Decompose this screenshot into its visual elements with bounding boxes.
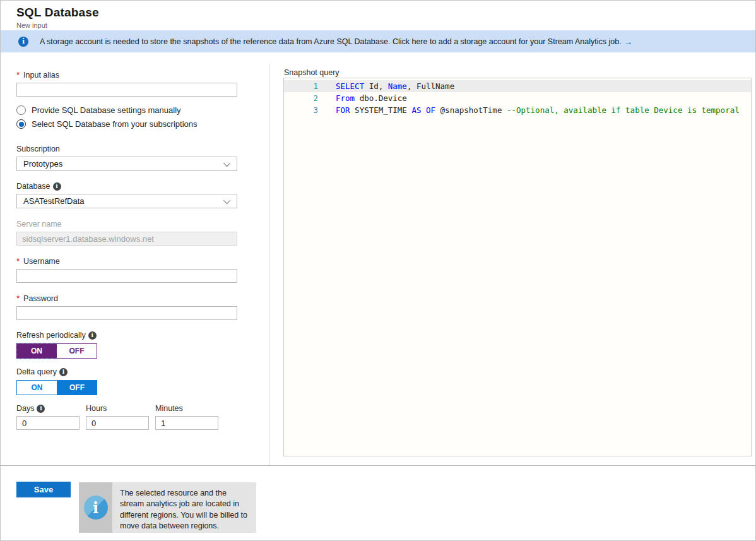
username-label: *Username bbox=[16, 256, 237, 266]
minutes-input[interactable] bbox=[155, 416, 218, 430]
snapshot-query-label: Snapshot query bbox=[284, 68, 340, 77]
info-icon[interactable]: i bbox=[37, 405, 45, 413]
subscription-dropdown[interactable]: Prototypes bbox=[16, 157, 237, 171]
database-dropdown[interactable]: ASATestRefData bbox=[16, 194, 237, 208]
region-billing-notice: i The selected resource and the stream a… bbox=[79, 482, 256, 533]
hours-field: Hours bbox=[86, 404, 149, 430]
page-subtitle: New input bbox=[16, 21, 99, 29]
days-field: Days i bbox=[16, 404, 80, 430]
database-label-text: Database bbox=[16, 182, 50, 191]
code-text: FOR SYSTEM_TIME AS OF @snapshotTime --Op… bbox=[336, 104, 740, 116]
sql-database-blade: SQL Database New input i A storage accou… bbox=[0, 0, 756, 541]
banner-message[interactable]: A storage account is needed to store the… bbox=[40, 37, 622, 46]
blade-header: SQL Database New input bbox=[16, 6, 99, 29]
refresh-label-text: Refresh periodically bbox=[16, 331, 86, 340]
radio-provide-manually[interactable]: Provide SQL Database settings manually bbox=[16, 105, 237, 115]
refresh-periodically-toggle: ON OFF bbox=[16, 343, 237, 359]
info-icon[interactable]: i bbox=[59, 368, 68, 376]
chevron-down-icon bbox=[223, 159, 230, 166]
subscription-label: Subscription bbox=[16, 145, 237, 153]
settings-form: *Input alias Provide SQL Database settin… bbox=[1, 64, 269, 466]
subscription-value: Prototypes bbox=[23, 159, 62, 169]
password-input[interactable] bbox=[16, 306, 237, 320]
toggle-on-button[interactable]: ON bbox=[16, 380, 57, 395]
days-label-text: Days bbox=[16, 404, 34, 413]
page-title: SQL Database bbox=[16, 6, 99, 20]
username-label-text: Username bbox=[23, 257, 60, 266]
input-alias-input[interactable] bbox=[16, 83, 237, 97]
radio-selected-icon[interactable] bbox=[16, 119, 26, 129]
arrow-right-icon[interactable]: → bbox=[624, 37, 633, 47]
source-mode-radios: Provide SQL Database settings manually S… bbox=[16, 105, 237, 133]
hours-input[interactable] bbox=[86, 416, 149, 430]
footer-bar: Save i The selected resource and the str… bbox=[1, 465, 755, 540]
delta-query-field: Delta query i ON OFF bbox=[16, 367, 237, 395]
toggle-on-button[interactable]: ON bbox=[16, 343, 57, 359]
refresh-periodically-label: Refresh periodically i bbox=[16, 331, 237, 340]
line-number: 3 bbox=[284, 104, 322, 116]
radio-provide-manually-label: Provide SQL Database settings manually bbox=[32, 105, 181, 115]
column-divider bbox=[269, 64, 269, 466]
line-number: 2 bbox=[284, 92, 322, 104]
delta-query-toggle: ON OFF bbox=[16, 380, 237, 395]
snapshot-query-editor[interactable]: 1SELECT Id, Name, FullName2From dbo.Devi… bbox=[283, 78, 752, 456]
radio-select-from-subscriptions[interactable]: Select SQL Database from your subscripti… bbox=[16, 119, 237, 129]
save-button[interactable]: Save bbox=[16, 482, 71, 497]
hours-label: Hours bbox=[86, 404, 149, 413]
notice-text: The selected resource and the stream ana… bbox=[112, 482, 256, 533]
code-line[interactable]: 1SELECT Id, Name, FullName bbox=[284, 80, 751, 92]
subscription-field: Subscription Prototypes bbox=[16, 145, 237, 171]
days-label: Days i bbox=[16, 404, 80, 413]
password-field: *Password bbox=[16, 294, 237, 320]
database-label: Database i bbox=[16, 182, 237, 191]
delta-query-label: Delta query i bbox=[16, 367, 237, 376]
refresh-periodically-field: Refresh periodically i ON OFF bbox=[16, 331, 237, 359]
server-name-input bbox=[16, 232, 237, 246]
toggle-off-button[interactable]: OFF bbox=[57, 343, 97, 359]
minutes-label: Minutes bbox=[155, 404, 218, 413]
info-icon[interactable]: i bbox=[53, 182, 61, 191]
code-line[interactable]: 3FOR SYSTEM_TIME AS OF @snapshotTime --O… bbox=[284, 104, 751, 116]
chevron-down-icon bbox=[223, 196, 230, 203]
delta-label-text: Delta query bbox=[16, 367, 57, 376]
code-line[interactable]: 2From dbo.Device bbox=[284, 92, 751, 104]
password-label-text: Password bbox=[23, 294, 58, 303]
required-marker: * bbox=[16, 256, 20, 266]
password-label: *Password bbox=[16, 294, 237, 303]
database-value: ASATestRefData bbox=[23, 196, 85, 206]
storage-account-banner[interactable]: i A storage account is needed to store t… bbox=[1, 30, 755, 52]
info-icon[interactable]: i bbox=[88, 331, 97, 340]
toggle-off-button[interactable]: OFF bbox=[57, 380, 97, 395]
radio-unselected-icon[interactable] bbox=[16, 105, 26, 115]
input-alias-label-text: Input alias bbox=[23, 71, 59, 80]
database-field: Database i ASATestRefData bbox=[16, 182, 237, 208]
info-icon: i bbox=[84, 496, 108, 520]
input-alias-field: *Input alias bbox=[16, 70, 237, 97]
required-marker: * bbox=[16, 294, 20, 303]
input-alias-label: *Input alias bbox=[16, 70, 237, 80]
code-text: SELECT Id, Name, FullName bbox=[336, 80, 454, 92]
radio-select-from-subscriptions-label: Select SQL Database from your subscripti… bbox=[32, 119, 198, 129]
username-input[interactable] bbox=[16, 269, 237, 283]
notice-icon-cell: i bbox=[79, 482, 112, 533]
username-field: *Username bbox=[16, 256, 237, 283]
required-marker: * bbox=[16, 70, 20, 80]
server-name-field: Server name bbox=[16, 220, 237, 246]
code-text: From dbo.Device bbox=[336, 92, 407, 104]
server-name-label: Server name bbox=[16, 220, 237, 229]
info-icon: i bbox=[18, 37, 28, 47]
line-number: 1 bbox=[284, 80, 322, 92]
days-input[interactable] bbox=[16, 416, 80, 430]
minutes-field: Minutes bbox=[155, 404, 218, 430]
